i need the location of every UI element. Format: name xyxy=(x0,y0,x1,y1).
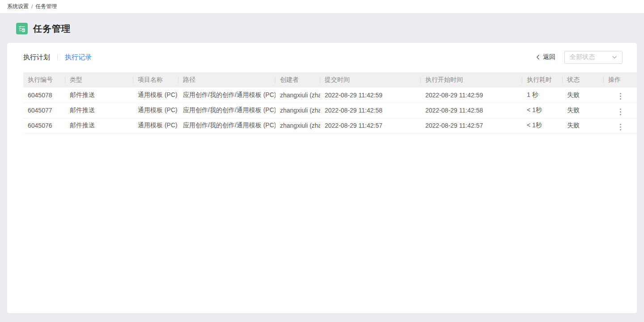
page-header: 任务管理 xyxy=(16,23,644,34)
chevron-down-icon xyxy=(612,54,617,60)
status-filter-select[interactable]: 全部状态 xyxy=(564,51,623,64)
cell-submit-time: 2022-08-29 11:42:59 xyxy=(320,88,421,103)
cell-start-time: 2022-08-29 11:42:57 xyxy=(421,118,522,133)
cell-status: 失败 xyxy=(563,118,604,133)
cell-type: 邮件推送 xyxy=(65,118,133,133)
cell-creator: zhangxiuli (zha... xyxy=(275,118,320,133)
table-row: 6045076 邮件推送 通用模板 (PC) 应用创作/我的创作/通用模板 (P… xyxy=(23,118,637,133)
vertical-ellipsis-icon xyxy=(620,124,621,130)
cell-creator: zhangxiuli (zha... xyxy=(275,103,320,118)
cell-submit-time: 2022-08-29 11:42:57 xyxy=(320,118,421,133)
content-card: 执行计划 执行记录 返回 全部状态 xyxy=(7,43,637,313)
cell-duration: 1 秒 xyxy=(522,88,563,103)
breadcrumb: 系统设置 / 任务管理 xyxy=(0,0,644,13)
column-header-submit-time: 提交时间 xyxy=(320,72,421,88)
column-header-start-time: 执行开始时间 xyxy=(421,72,522,88)
cell-project-name: 通用模板 (PC) xyxy=(133,118,178,133)
table-header-row: 执行编号 类型 项目名称 路径 创建者 提交时间 执行开始时间 执行耗时 状态 … xyxy=(23,72,637,88)
column-header-type: 类型 xyxy=(65,72,133,88)
cell-status: 失败 xyxy=(563,103,604,118)
column-header-creator: 创建者 xyxy=(275,72,320,88)
cell-project-name: 通用模板 (PC) xyxy=(133,88,178,103)
row-actions-menu-button[interactable] xyxy=(617,122,624,132)
vertical-ellipsis-icon xyxy=(620,109,621,115)
column-header-path: 路径 xyxy=(178,72,275,88)
cell-start-time: 2022-08-29 11:42:58 xyxy=(421,103,522,118)
column-header-status: 状态 xyxy=(563,72,604,88)
cell-path: 应用创作/我的创作/通用模板 (PC) xyxy=(178,88,275,103)
cell-start-time: 2022-08-29 11:42:59 xyxy=(421,88,522,103)
column-header-actions: 操作 xyxy=(604,72,637,88)
cell-duration: < 1秒 xyxy=(522,118,563,133)
breadcrumb-item-system-settings[interactable]: 系统设置 xyxy=(7,3,29,10)
row-actions-menu-button[interactable] xyxy=(617,107,624,117)
status-filter-value: 全部状态 xyxy=(570,53,595,61)
cell-type: 邮件推送 xyxy=(65,88,133,103)
task-management-icon xyxy=(16,23,28,34)
cell-project-name: 通用模板 (PC) xyxy=(133,103,178,118)
breadcrumb-item-task-management: 任务管理 xyxy=(35,3,57,10)
page-title: 任务管理 xyxy=(33,23,71,35)
execution-records-table: 执行编号 类型 项目名称 路径 创建者 提交时间 执行开始时间 执行耗时 状态 … xyxy=(23,72,623,134)
cell-submit-time: 2022-08-29 11:42:58 xyxy=(320,103,421,118)
tab-execution-records[interactable]: 执行记录 xyxy=(65,53,92,62)
back-button-label: 返回 xyxy=(543,53,555,61)
cell-status: 失败 xyxy=(563,88,604,103)
chevron-left-icon xyxy=(535,54,541,60)
column-header-duration: 执行耗时 xyxy=(522,72,563,88)
tab-bar: 执行计划 执行记录 xyxy=(23,53,92,62)
back-button[interactable]: 返回 xyxy=(535,53,555,61)
row-actions-menu-button[interactable] xyxy=(617,91,624,101)
vertical-ellipsis-icon xyxy=(620,93,621,100)
tab-execution-plan[interactable]: 执行计划 xyxy=(23,53,50,62)
tab-divider xyxy=(57,54,58,60)
cell-execution-id: 6045078 xyxy=(23,88,65,103)
cell-type: 邮件推送 xyxy=(65,103,133,118)
cell-duration: < 1秒 xyxy=(522,103,563,118)
table-row: 6045077 邮件推送 通用模板 (PC) 应用创作/我的创作/通用模板 (P… xyxy=(23,103,637,118)
column-header-execution-id: 执行编号 xyxy=(23,72,65,88)
column-header-project-name: 项目名称 xyxy=(133,72,178,88)
breadcrumb-separator: / xyxy=(31,4,33,10)
cell-execution-id: 6045076 xyxy=(23,118,65,133)
table-row: 6045078 邮件推送 通用模板 (PC) 应用创作/我的创作/通用模板 (P… xyxy=(23,88,637,103)
cell-creator: zhangxiuli (zha... xyxy=(275,88,320,103)
cell-path: 应用创作/我的创作/通用模板 (PC) xyxy=(178,118,275,133)
cell-path: 应用创作/我的创作/通用模板 (PC) xyxy=(178,103,275,118)
cell-execution-id: 6045077 xyxy=(23,103,65,118)
